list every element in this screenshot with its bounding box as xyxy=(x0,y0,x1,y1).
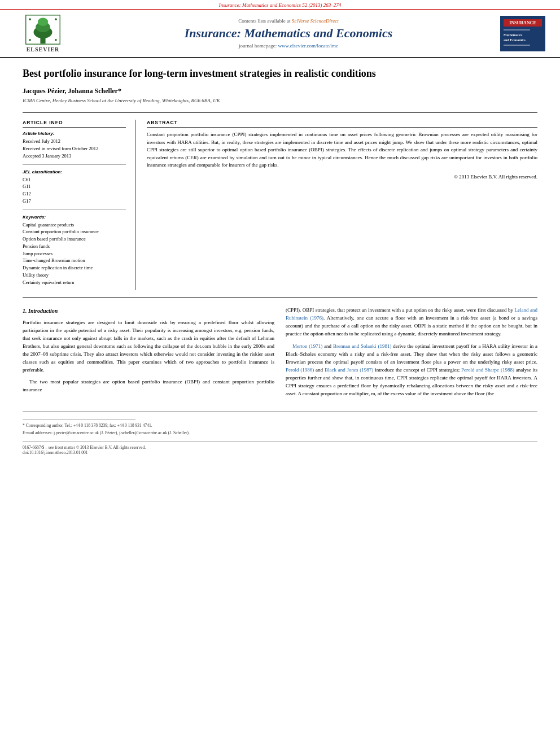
svg-point-8 xyxy=(55,39,57,41)
abstract-text: Constant proportion portfolio insurance … xyxy=(147,131,537,169)
sciverse-link[interactable]: SciVerse ScienceDirect xyxy=(292,18,339,24)
elsevier-logo-area: ELSEVIER xyxy=(9,14,77,53)
svg-point-5 xyxy=(29,18,31,20)
perold-sharpe-link[interactable]: Perold and Sharpe (1988) xyxy=(461,367,514,373)
keywords-label: Keywords: xyxy=(23,215,126,220)
col2-para1: (CPPI). OBPI strategies, that protect an… xyxy=(286,307,537,338)
banner-text: Insurance: Mathematics and Economics 52 … xyxy=(219,2,341,8)
article-content: Best portfolio insurance for long-term i… xyxy=(0,58,560,464)
revised-date: Received in revised form October 2012 xyxy=(23,146,98,151)
journal-banner: Insurance: Mathematics and Economics 52 … xyxy=(0,0,560,10)
svg-point-6 xyxy=(55,18,57,20)
author-affiliation: ICMA Centre, Henley Business School at t… xyxy=(23,98,537,103)
body-text: 1. Introduction Portfolio insurance stra… xyxy=(23,307,537,402)
footnote-divider xyxy=(23,419,135,420)
sciverse-line: Contents lists available at SciVerse Sci… xyxy=(77,18,500,24)
doi-text: doi:10.1016/j.insmatheco.2013.01.001 xyxy=(23,450,88,455)
body-col-left: 1. Introduction Portfolio insurance stra… xyxy=(23,307,274,402)
jel-codes: C61G11G12G17 xyxy=(23,176,126,205)
homepage-link[interactable]: www.elsevier.com/locate/ime xyxy=(278,43,338,49)
body-col-right: (CPPI). OBPI strategies, that protect an… xyxy=(286,307,537,402)
svg-point-3 xyxy=(38,18,48,26)
footnote-star: * Corresponding author. Tel.: +44 0 118 … xyxy=(23,423,537,429)
copyright-footer: 0167-6687/$ – see front matter © 2013 El… xyxy=(23,445,537,455)
journal-homepage: journal homepage: www.elsevier.com/locat… xyxy=(77,43,500,49)
journal-title: Insurance: Mathematics and Economics xyxy=(77,26,500,41)
footer-divider xyxy=(23,441,537,442)
intro-para2: The two most popular strategies are opti… xyxy=(23,378,274,394)
article-title: Best portfolio insurance for long-term i… xyxy=(23,67,537,80)
brennan-solanki-link[interactable]: Brennan and Solanki (1981) xyxy=(333,343,391,349)
elsevier-label: ELSEVIER xyxy=(27,46,60,53)
article-history: Received July 2012 Received in revised f… xyxy=(23,138,126,159)
black-jones-link[interactable]: Black and Jones (1987) xyxy=(325,367,373,373)
copyright-line: 0167-6687/$ – see front matter © 2013 El… xyxy=(23,445,146,450)
insurance-logo-area: INSURANCE ═══════════ Mathematics and Ec… xyxy=(500,16,551,51)
authors-text: Jacques Pézier, Johanna Scheller* xyxy=(23,87,121,95)
abstract-copyright: © 2013 Elsevier B.V. All rights reserved… xyxy=(147,174,537,180)
article-info-label: Article Info xyxy=(23,120,126,128)
article-info: Article Info Article history: Received J… xyxy=(23,120,135,290)
merton-link[interactable]: Merton (1971) xyxy=(292,343,322,349)
leland-rubinstein-link[interactable]: Leland and Rubinstein (1976) xyxy=(286,307,537,321)
section1-heading: 1. Introduction xyxy=(23,307,274,316)
elsevier-tree-icon xyxy=(23,14,63,45)
intro-para1: Portfolio insurance strategies are desig… xyxy=(23,319,274,374)
authors: Jacques Pézier, Johanna Scheller* xyxy=(23,87,537,95)
perold-link[interactable]: Perold (1986) xyxy=(286,367,314,373)
article-info-abstract: Article Info Article history: Received J… xyxy=(23,112,537,298)
svg-point-7 xyxy=(29,39,31,41)
received-date: Received July 2012 xyxy=(23,138,60,144)
keywords-list: Capital guarantee products Constant prop… xyxy=(23,221,126,286)
article-footer: * Corresponding author. Tel.: +44 0 118 … xyxy=(23,412,537,455)
insurance-logo: INSURANCE ═══════════ Mathematics and Ec… xyxy=(500,16,545,51)
abstract-label: ABSTRACT xyxy=(147,120,537,128)
col2-para2: Merton (1971) and Brennan and Solanki (1… xyxy=(286,343,537,398)
history-label: Article history: xyxy=(23,131,126,136)
footnote-email: E-mail addresses: j.pezier@icmacentre.ac… xyxy=(23,430,537,436)
abstract-section: ABSTRACT Constant proportion portfolio i… xyxy=(147,120,537,290)
accepted-date: Accepted 3 January 2013 xyxy=(23,153,71,159)
footnote-star-text: * Corresponding author. Tel.: +44 0 118 … xyxy=(23,423,152,428)
journal-info-center: Contents lists available at SciVerse Sci… xyxy=(77,18,500,49)
journal-header: ELSEVIER Contents lists available at Sci… xyxy=(0,10,560,58)
jel-label: JEL classification: xyxy=(23,169,126,174)
footnote-email-text: E-mail addresses: j.pezier@icmacentre.ac… xyxy=(23,430,190,435)
